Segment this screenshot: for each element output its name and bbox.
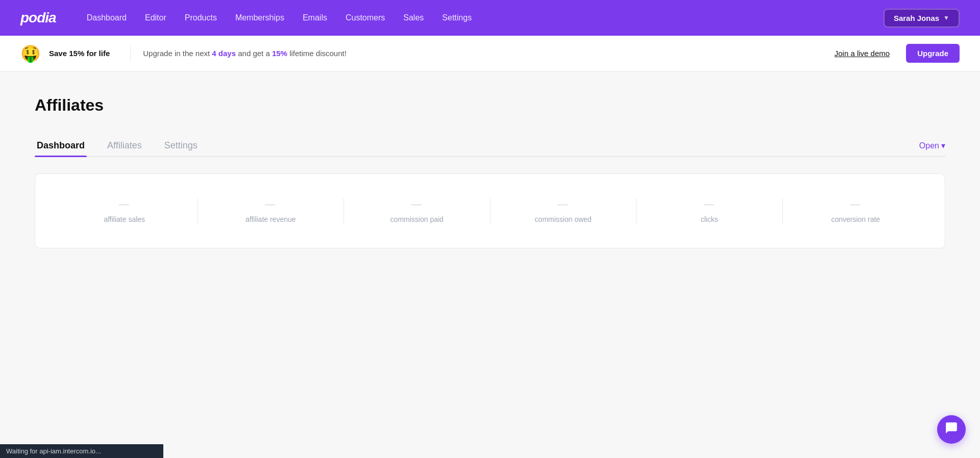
- nav-links: Dashboard Editor Products Memberships Em…: [87, 13, 884, 22]
- tab-affiliates[interactable]: Affiliates: [105, 135, 144, 156]
- stat-commission-owed-value: —: [557, 198, 569, 210]
- tab-settings[interactable]: Settings: [162, 135, 200, 156]
- logo[interactable]: podia: [20, 10, 56, 26]
- chevron-down-icon: ▾: [941, 141, 945, 150]
- user-menu-button[interactable]: Sarah Jonas ▼: [884, 9, 960, 28]
- upgrade-banner: 🤑 Save 15% for life Upgrade in the next …: [0, 36, 980, 71]
- stat-affiliate-sales: — affiliate sales: [52, 198, 198, 223]
- nav-link-products[interactable]: Products: [185, 13, 217, 22]
- banner-desc-mid: and get a: [236, 49, 272, 58]
- stat-affiliate-sales-label: affiliate sales: [104, 215, 145, 223]
- stat-commission-paid-label: commission paid: [390, 215, 444, 223]
- chevron-down-icon: ▼: [943, 14, 949, 21]
- status-text: Waiting for api-iam.intercom.io...: [6, 447, 101, 455]
- banner-desc-post: lifetime discount!: [287, 49, 347, 58]
- tabs-row: Dashboard Affiliates Settings Open ▾: [35, 135, 945, 157]
- top-navigation: podia Dashboard Editor Products Membersh…: [0, 0, 980, 36]
- banner-description: Upgrade in the next 4 days and get a 15%…: [143, 49, 347, 58]
- page-title: Affiliates: [35, 96, 945, 115]
- nav-link-editor[interactable]: Editor: [145, 13, 166, 22]
- banner-days: 4 days: [212, 49, 236, 58]
- banner-divider: [130, 46, 131, 61]
- nav-link-customers[interactable]: Customers: [346, 13, 385, 22]
- stat-commission-paid-value: —: [411, 198, 423, 210]
- stat-conversion-rate-label: conversion rate: [831, 215, 880, 223]
- stat-commission-owed: — commission owed: [491, 198, 637, 223]
- open-label: Open: [919, 141, 939, 150]
- stat-clicks: — clicks: [636, 198, 783, 223]
- banner-bold-text: Save 15% for life: [49, 49, 110, 58]
- stat-conversion-rate: — conversion rate: [783, 198, 929, 223]
- tab-dashboard[interactable]: Dashboard: [35, 135, 87, 156]
- stat-commission-owed-label: commission owed: [535, 215, 592, 223]
- join-live-demo-link[interactable]: Join a live demo: [835, 49, 890, 58]
- stat-conversion-rate-value: —: [850, 198, 861, 210]
- stats-section: — affiliate sales — affiliate revenue — …: [35, 157, 945, 248]
- chat-button[interactable]: [937, 415, 966, 444]
- stat-clicks-label: clicks: [701, 215, 718, 223]
- banner-pct: 15%: [272, 49, 287, 58]
- banner-desc-pre: Upgrade in the next: [143, 49, 212, 58]
- upgrade-button[interactable]: Upgrade: [906, 44, 960, 63]
- nav-link-settings[interactable]: Settings: [442, 13, 472, 22]
- nav-link-dashboard[interactable]: Dashboard: [87, 13, 127, 22]
- stat-affiliate-revenue-label: affiliate revenue: [246, 215, 296, 223]
- stat-affiliate-sales-value: —: [119, 198, 130, 210]
- stat-affiliate-revenue-value: —: [265, 198, 276, 210]
- stat-affiliate-revenue: — affiliate revenue: [198, 198, 345, 223]
- stats-card: — affiliate sales — affiliate revenue — …: [35, 173, 945, 248]
- nav-link-emails[interactable]: Emails: [303, 13, 327, 22]
- stat-commission-paid: — commission paid: [344, 198, 491, 223]
- user-name: Sarah Jonas: [894, 14, 939, 22]
- money-icon: 🤑: [20, 44, 41, 63]
- main-content: Affiliates Dashboard Affiliates Settings…: [0, 71, 980, 248]
- chat-icon: [945, 421, 958, 438]
- status-bar: Waiting for api-iam.intercom.io...: [0, 444, 163, 458]
- stat-clicks-value: —: [704, 198, 715, 210]
- open-button[interactable]: Open ▾: [919, 141, 945, 150]
- nav-link-sales[interactable]: Sales: [403, 13, 424, 22]
- nav-link-memberships[interactable]: Memberships: [235, 13, 284, 22]
